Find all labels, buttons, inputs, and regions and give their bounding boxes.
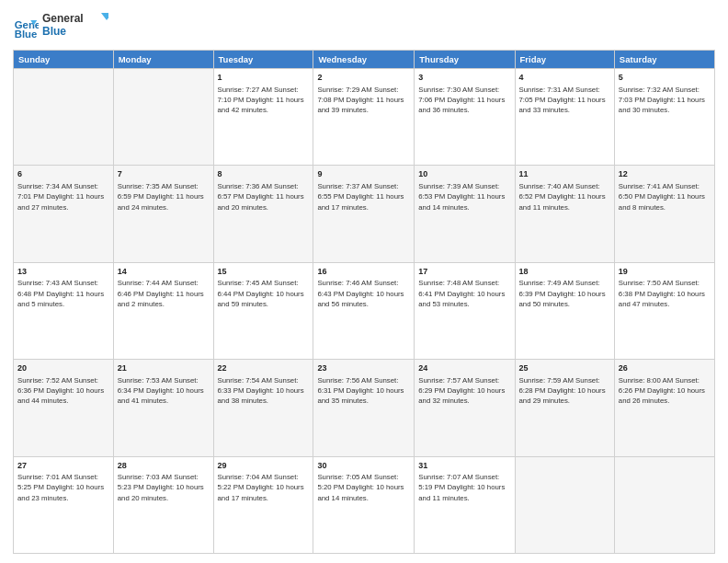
day-number: 4 [519,72,610,84]
day-info: Sunrise: 7:36 AM Sunset: 6:57 PM Dayligh… [218,181,310,213]
day-cell: 19Sunrise: 7:50 AM Sunset: 6:38 PM Dayli… [614,262,714,359]
header: General Blue General Blue [13,9,715,44]
day-info: Sunrise: 7:59 AM Sunset: 6:28 PM Dayligh… [519,375,610,407]
svg-text:Blue: Blue [42,25,66,38]
day-number: 26 [619,362,711,374]
day-cell: 5Sunrise: 7:32 AM Sunset: 7:03 PM Daylig… [614,69,714,166]
day-cell: 2Sunrise: 7:29 AM Sunset: 7:08 PM Daylig… [313,69,415,166]
day-number: 20 [17,362,109,374]
day-info: Sunrise: 7:35 AM Sunset: 6:59 PM Dayligh… [118,181,210,213]
logo-icon: General Blue [13,14,39,40]
day-info: Sunrise: 7:27 AM Sunset: 7:10 PM Dayligh… [218,85,310,116]
day-number: 9 [317,168,410,180]
day-cell: 12Sunrise: 7:41 AM Sunset: 6:50 PM Dayli… [614,166,714,262]
day-number: 14 [118,266,210,278]
day-number: 10 [418,168,510,180]
day-number: 3 [418,72,510,84]
day-info: Sunrise: 7:44 AM Sunset: 6:46 PM Dayligh… [118,278,210,309]
col-sunday: Sunday [14,51,114,69]
day-info: Sunrise: 7:29 AM Sunset: 7:08 PM Dayligh… [317,85,410,116]
day-cell: 31Sunrise: 7:07 AM Sunset: 5:19 PM Dayli… [415,456,515,553]
day-number: 28 [118,460,210,472]
day-cell: 21Sunrise: 7:53 AM Sunset: 6:34 PM Dayli… [113,360,213,456]
day-number: 8 [218,168,310,180]
day-cell: 10Sunrise: 7:39 AM Sunset: 6:53 PM Dayli… [415,166,515,262]
day-number: 11 [519,168,610,180]
day-number: 15 [218,266,310,278]
day-number: 27 [17,460,109,472]
day-cell: 28Sunrise: 7:03 AM Sunset: 5:23 PM Dayli… [113,456,213,553]
day-info: Sunrise: 7:07 AM Sunset: 5:19 PM Dayligh… [418,472,510,503]
day-number: 23 [317,362,410,374]
day-number: 6 [17,168,109,180]
day-cell: 1Sunrise: 7:27 AM Sunset: 7:10 PM Daylig… [213,69,313,166]
day-number: 17 [418,266,510,278]
day-number: 21 [118,362,210,374]
day-cell: 25Sunrise: 7:59 AM Sunset: 6:28 PM Dayli… [515,360,614,456]
day-cell: 4Sunrise: 7:31 AM Sunset: 7:05 PM Daylig… [515,69,614,166]
day-info: Sunrise: 7:54 AM Sunset: 6:33 PM Dayligh… [218,375,310,407]
day-info: Sunrise: 7:40 AM Sunset: 6:52 PM Dayligh… [519,181,610,213]
col-friday: Friday [515,51,614,69]
day-cell: 22Sunrise: 7:54 AM Sunset: 6:33 PM Dayli… [213,360,313,456]
day-number: 18 [519,266,610,278]
day-info: Sunrise: 7:32 AM Sunset: 7:03 PM Dayligh… [619,85,711,116]
col-tuesday: Tuesday [213,51,313,69]
day-info: Sunrise: 7:37 AM Sunset: 6:55 PM Dayligh… [317,181,410,213]
day-cell: 30Sunrise: 7:05 AM Sunset: 5:20 PM Dayli… [313,456,415,553]
day-info: Sunrise: 8:00 AM Sunset: 6:26 PM Dayligh… [619,375,711,407]
day-cell: 11Sunrise: 7:40 AM Sunset: 6:52 PM Dayli… [515,166,614,262]
day-cell: 26Sunrise: 8:00 AM Sunset: 6:26 PM Dayli… [614,360,714,456]
week-row-5: 27Sunrise: 7:01 AM Sunset: 5:25 PM Dayli… [14,456,715,553]
day-info: Sunrise: 7:01 AM Sunset: 5:25 PM Dayligh… [17,472,109,503]
day-number: 7 [118,168,210,180]
week-row-3: 13Sunrise: 7:43 AM Sunset: 6:48 PM Dayli… [14,262,715,359]
svg-text:Blue: Blue [15,29,38,40]
day-cell: 16Sunrise: 7:46 AM Sunset: 6:43 PM Dayli… [313,262,415,359]
day-cell: 18Sunrise: 7:49 AM Sunset: 6:39 PM Dayli… [515,262,614,359]
day-cell [614,456,714,553]
page: General Blue General Blue Sunday Monday … [0,0,728,563]
header-row: Sunday Monday Tuesday Wednesday Thursday… [14,51,715,69]
day-cell [113,69,213,166]
day-number: 12 [619,168,711,180]
calendar-table: Sunday Monday Tuesday Wednesday Thursday… [13,50,715,554]
day-info: Sunrise: 7:46 AM Sunset: 6:43 PM Dayligh… [317,278,410,309]
day-cell: 6Sunrise: 7:34 AM Sunset: 7:01 PM Daylig… [14,166,114,262]
day-cell: 3Sunrise: 7:30 AM Sunset: 7:06 PM Daylig… [415,69,515,166]
day-info: Sunrise: 7:04 AM Sunset: 5:22 PM Dayligh… [218,472,310,503]
day-cell: 8Sunrise: 7:36 AM Sunset: 6:57 PM Daylig… [213,166,313,262]
logo-text: General Blue [42,9,108,44]
day-number: 22 [218,362,310,374]
day-cell [14,69,114,166]
week-row-4: 20Sunrise: 7:52 AM Sunset: 6:36 PM Dayli… [14,360,715,456]
day-info: Sunrise: 7:03 AM Sunset: 5:23 PM Dayligh… [118,472,210,503]
day-cell: 23Sunrise: 7:56 AM Sunset: 6:31 PM Dayli… [313,360,415,456]
day-cell: 27Sunrise: 7:01 AM Sunset: 5:25 PM Dayli… [14,456,114,553]
day-info: Sunrise: 7:52 AM Sunset: 6:36 PM Dayligh… [17,375,109,407]
day-cell [515,456,614,553]
day-number: 30 [317,460,410,472]
day-cell: 14Sunrise: 7:44 AM Sunset: 6:46 PM Dayli… [113,262,213,359]
day-number: 16 [317,266,410,278]
day-info: Sunrise: 7:30 AM Sunset: 7:06 PM Dayligh… [418,85,510,116]
day-info: Sunrise: 7:05 AM Sunset: 5:20 PM Dayligh… [317,472,410,503]
day-cell: 20Sunrise: 7:52 AM Sunset: 6:36 PM Dayli… [14,360,114,456]
day-info: Sunrise: 7:50 AM Sunset: 6:38 PM Dayligh… [619,278,711,309]
day-info: Sunrise: 7:56 AM Sunset: 6:31 PM Dayligh… [317,375,410,407]
day-cell: 13Sunrise: 7:43 AM Sunset: 6:48 PM Dayli… [14,262,114,359]
day-cell: 7Sunrise: 7:35 AM Sunset: 6:59 PM Daylig… [113,166,213,262]
day-info: Sunrise: 7:48 AM Sunset: 6:41 PM Dayligh… [418,278,510,309]
svg-marker-5 [101,13,108,20]
day-info: Sunrise: 7:57 AM Sunset: 6:29 PM Dayligh… [418,375,510,407]
day-number: 19 [619,266,711,278]
day-number: 2 [317,72,410,84]
day-cell: 29Sunrise: 7:04 AM Sunset: 5:22 PM Dayli… [213,456,313,553]
col-monday: Monday [113,51,213,69]
day-number: 25 [519,362,610,374]
svg-text:General: General [42,12,84,25]
day-info: Sunrise: 7:39 AM Sunset: 6:53 PM Dayligh… [418,181,510,213]
col-saturday: Saturday [614,51,714,69]
day-cell: 17Sunrise: 7:48 AM Sunset: 6:41 PM Dayli… [415,262,515,359]
day-cell: 9Sunrise: 7:37 AM Sunset: 6:55 PM Daylig… [313,166,415,262]
